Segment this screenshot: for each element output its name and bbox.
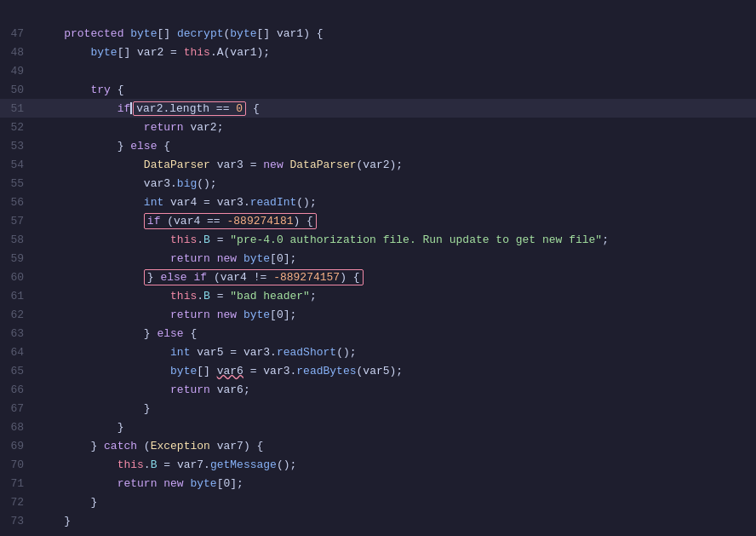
line-69: 69 } catch (Exception var7) {: [0, 436, 756, 455]
line-number: 60: [0, 271, 34, 284]
line-number: 50: [0, 84, 34, 96]
line-53: 53 } else {: [0, 136, 756, 155]
line-number: 56: [0, 196, 34, 209]
line-content: try {: [34, 84, 123, 96]
line-54: 54 DataParser var3 = new DataParser(var2…: [0, 155, 756, 174]
line-51: 51 if var2.length == 0 {: [0, 99, 756, 118]
line-number: 51: [0, 102, 34, 115]
line-number: 54: [0, 158, 34, 171]
line-50: 50 try {: [0, 80, 756, 99]
line-62: 62 return new byte[0];: [0, 305, 756, 324]
line-48: 48 byte[] var2 = this.A(var1);: [0, 43, 756, 61]
line-number: 64: [0, 346, 34, 359]
line-content: }: [34, 421, 123, 434]
line-number: 70: [0, 458, 34, 471]
line-number: 59: [0, 252, 34, 265]
line-content: return var2;: [34, 121, 223, 134]
line-number: 52: [0, 121, 34, 134]
line-content: }: [34, 515, 71, 527]
line-number: 63: [0, 327, 34, 340]
line-content: return new byte[0];: [34, 252, 296, 265]
line-number: 68: [0, 421, 34, 434]
line-content: }: [34, 402, 151, 415]
line-content: return var6;: [34, 383, 250, 396]
line-number: 71: [0, 477, 34, 490]
line-content: this.B = "bad header";: [34, 290, 317, 303]
line-content: if (var4 == -889274181) {: [34, 213, 317, 229]
line-65: 65 byte[] var6 = var3.readBytes(var5);: [0, 361, 756, 380]
line-number: 61: [0, 290, 34, 303]
line-content: int var5 = var3.readShort();: [34, 346, 357, 359]
line-number: 66: [0, 383, 34, 396]
line-number: 65: [0, 365, 34, 378]
line-49: 49: [0, 61, 756, 80]
line-content: } else if (var4 != -889274157) {: [34, 269, 364, 285]
line-content: var3.big();: [34, 177, 217, 190]
line-content: }: [34, 496, 97, 509]
line-content: } catch (Exception var7) {: [34, 440, 263, 452]
line-content: protected byte[] decrypt(byte[] var1) {: [34, 27, 324, 40]
line-content: } else {: [34, 327, 197, 340]
line-content: this.B = "pre-4.0 authorization file. Ru…: [34, 233, 609, 246]
line-number: 72: [0, 496, 34, 509]
line-59: 59 return new byte[0];: [0, 249, 756, 268]
line-number: 48: [0, 46, 34, 59]
line-number: 49: [0, 65, 34, 78]
line-68: 68 }: [0, 418, 756, 436]
line-content: if var2.length == 0 {: [34, 101, 260, 116]
line-content: } else {: [34, 140, 170, 153]
line-content: return new byte[0];: [34, 477, 243, 490]
line-71: 71 return new byte[0];: [0, 474, 756, 493]
line-number: 58: [0, 233, 34, 246]
line-content: byte[] var6 = var3.readBytes(var5);: [34, 365, 403, 378]
line-content: this.B = var7.getMessage();: [34, 458, 296, 471]
line-number: 55: [0, 177, 34, 190]
line-57: 57 if (var4 == -889274181) {: [0, 211, 756, 230]
code-editor: 47 protected byte[] decrypt(byte[] var1)…: [0, 0, 756, 536]
line-number: 69: [0, 440, 34, 452]
line-58: 58 this.B = "pre-4.0 authorization file.…: [0, 230, 756, 249]
line-55: 55 var3.big();: [0, 174, 756, 193]
line-number: 57: [0, 215, 34, 228]
line-number: 53: [0, 140, 34, 153]
line-70: 70 this.B = var7.getMessage();: [0, 455, 756, 474]
line-73: 73 }: [0, 511, 756, 530]
line-67: 67 }: [0, 399, 756, 418]
line-56: 56 int var4 = var3.readInt();: [0, 193, 756, 211]
line-content: return new byte[0];: [34, 308, 296, 321]
line-66: 66 return var6;: [0, 380, 756, 399]
line-61: 61 this.B = "bad header";: [0, 286, 756, 305]
line-47: 47 protected byte[] decrypt(byte[] var1)…: [0, 24, 756, 43]
line-content: int var4 = var3.readInt();: [34, 196, 317, 209]
line-64: 64 int var5 = var3.readShort();: [0, 343, 756, 361]
line-72: 72 }: [0, 493, 756, 511]
line-52: 52 return var2;: [0, 118, 756, 136]
line-content: DataParser var3 = new DataParser(var2);: [34, 158, 403, 171]
line-number: 62: [0, 308, 34, 321]
line-number: 73: [0, 515, 34, 527]
line-60: 60 } else if (var4 != -889274157) {: [0, 268, 756, 286]
line-number: 67: [0, 402, 34, 415]
line-content: byte[] var2 = this.A(var1);: [34, 46, 270, 59]
line-number: 47: [0, 27, 34, 40]
code-lines: 47 protected byte[] decrypt(byte[] var1)…: [0, 0, 756, 530]
line-63: 63 } else {: [0, 324, 756, 343]
